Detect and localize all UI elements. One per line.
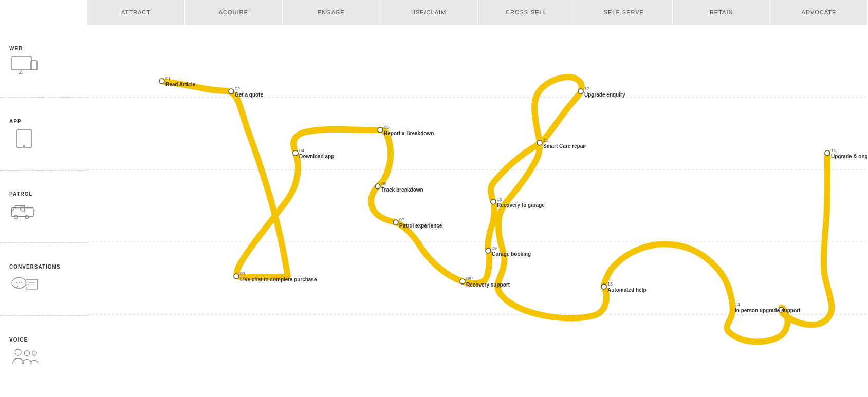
sidebar-web: WEB [0, 25, 87, 98]
touchpoint-07 [393, 220, 398, 225]
touchpoint-14-num: 14 [735, 302, 740, 307]
chart-area: 01 Read Article 02 Get a quote 03 Live c… [87, 25, 868, 388]
chat-icon [9, 274, 40, 294]
touchpoint-13 [601, 284, 606, 289]
touchpoint-05 [378, 127, 383, 133]
svg-point-16 [21, 282, 22, 284]
monitor-icon [9, 55, 40, 76]
svg-line-1 [20, 70, 22, 74]
touchpoint-15 [825, 150, 830, 156]
header-retain: RETAIN [673, 0, 770, 25]
touchpoint-06 [375, 184, 380, 189]
touchpoint-09-num: 09 [492, 245, 497, 251]
touchpoint-06-num: 06 [381, 181, 386, 186]
header-attract: ATTRACT [87, 0, 185, 25]
touchpoint-10-num: 10 [497, 197, 502, 202]
sidebar-label-patrol: PATROL [9, 191, 87, 197]
touchpoint-01-label: Read Article [165, 82, 195, 87]
people-icon [9, 347, 40, 367]
sidebar-voice: VOICE [0, 316, 87, 388]
svg-point-10 [25, 216, 29, 219]
touchpoint-10 [491, 199, 496, 204]
svg-point-14 [16, 282, 17, 284]
touchpoint-03 [234, 274, 239, 279]
header-advocate: ADVOCATE [770, 0, 868, 25]
touchpoint-15-label: Upgrade & ongoing use [831, 154, 868, 159]
touchpoint-03-label: Live chat to complete purchase [240, 277, 317, 282]
touchpoint-09-label: Garage booking [492, 251, 531, 257]
touchpoint-08-num: 08 [466, 276, 471, 281]
journey-map-svg: 01 Read Article 02 Get a quote 03 Live c… [87, 25, 868, 388]
sidebar-label-conversations: CONVERSATIONS [9, 264, 87, 270]
sidebar-app: APP [0, 98, 87, 171]
touchpoint-08-label: Recovery support [466, 282, 510, 288]
header-engage: ENGAGE [283, 0, 380, 25]
sidebar-label-app: APP [9, 119, 87, 124]
touchpoint-09 [486, 248, 491, 253]
sidebar-label-web: WEB [9, 46, 87, 51]
van-icon [9, 201, 40, 221]
touchpoint-11-num: 11 [543, 138, 548, 143]
touchpoint-04-label: Download app [299, 154, 334, 159]
touchpoint-11-label: Smart Care repair [543, 143, 586, 149]
header-acquire: ACQUIRE [185, 0, 283, 25]
touchpoint-10-label: Recovery to garage [497, 202, 545, 208]
touchpoint-13-num: 13 [607, 281, 613, 287]
touchpoint-06-label: Track breakdown [381, 187, 423, 193]
svg-point-22 [32, 351, 37, 356]
svg-point-21 [24, 351, 29, 356]
svg-point-15 [19, 282, 20, 284]
touchpoint-02 [229, 89, 234, 94]
touchpoint-04-num: 04 [299, 148, 304, 153]
touchpoint-12-num: 12 [584, 86, 589, 91]
touchpoint-07-num: 07 [399, 217, 404, 222]
touchpoint-01-num: 01 [165, 76, 171, 81]
header-use-claim: USE/CLAIM [380, 0, 478, 25]
touchpoint-02-num: 02 [235, 86, 240, 91]
svg-rect-3 [31, 61, 37, 70]
touchpoint-08 [460, 279, 465, 284]
touchpoint-13-label: Automated help [607, 287, 647, 293]
svg-point-7 [24, 145, 25, 146]
touchpoint-04 [293, 150, 298, 156]
tablet-icon [9, 128, 40, 149]
touchpoint-01 [159, 79, 164, 84]
touchpoint-12-label: Upgrade enquiry [584, 92, 625, 98]
svg-point-20 [15, 349, 21, 355]
main-area: WEB APP PATROL [0, 25, 868, 388]
svg-rect-0 [12, 56, 31, 70]
sidebar-patrol: PATROL [0, 171, 87, 243]
header-self-serve: SELF-SERVE [575, 0, 673, 25]
touchpoint-07-label: Patrol experience [399, 223, 442, 229]
touchpoint-02-label: Get a quote [235, 92, 263, 98]
header-row: ATTRACT ACQUIRE ENGAGE USE/CLAIM CROSS-S… [87, 0, 868, 25]
touchpoint-14-label: In person upgrade support [735, 308, 801, 313]
touchpoint-12 [578, 89, 583, 94]
sidebar: WEB APP PATROL [0, 25, 87, 388]
touchpoint-03-num: 03 [240, 271, 245, 276]
touchpoint-11 [537, 140, 542, 145]
svg-point-9 [14, 216, 17, 219]
sidebar-conversations: CONVERSATIONS [0, 243, 87, 316]
touchpoint-05-num: 05 [384, 125, 389, 130]
touchpoint-15-num: 15 [831, 148, 836, 153]
sidebar-label-voice: VOICE [9, 337, 87, 343]
touchpoint-05-label: Report a Breakdown [384, 130, 434, 136]
header-cross-sell: CROSS-SELL [478, 0, 576, 25]
svg-rect-17 [26, 279, 38, 289]
